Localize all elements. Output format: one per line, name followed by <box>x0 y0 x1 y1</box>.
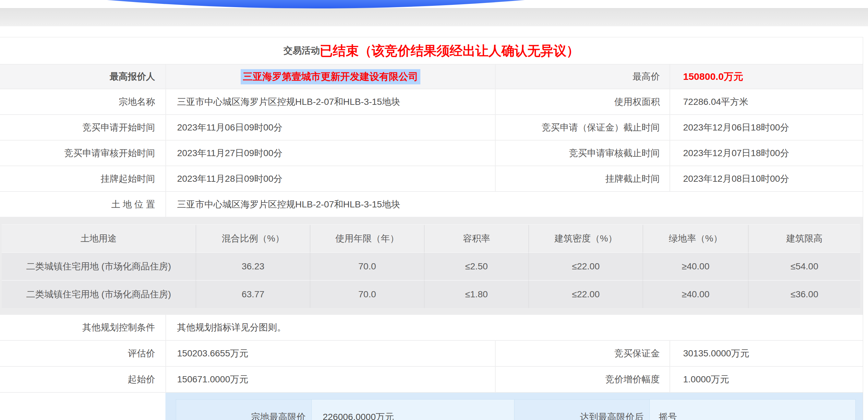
max-limit-price-value: 226006.0000万元 <box>311 399 514 420</box>
highest-price-value: 150800.0万元 <box>683 70 743 83</box>
price-limit-panel: 宗地最高限价 226006.0000万元 达到最高限价后 摇号 <box>165 393 863 420</box>
status-title-prefix: 交易活动 <box>283 44 320 57</box>
status-title-text: 已结束（该竞价结果须经出让人确认无异议） <box>320 42 579 60</box>
bid-deposit-value: 30135.0000万元 <box>670 341 863 366</box>
mix-ratio-cell: 63.77 <box>195 280 310 308</box>
mix-ratio-header: 混合比例（%） <box>195 225 310 252</box>
row-appraisal-price: 评估价 150203.6655万元 竞买保证金 30135.0000万元 <box>0 341 863 367</box>
highest-price-cell: 150800.0万元 <box>670 65 863 89</box>
land-use-header: 土地用途 <box>2 225 195 252</box>
spacer <box>0 26 868 37</box>
auction-detail-panel: 交易活动已结束（该竞价结果须经出让人确认无异议） 最高报价人 三亚海罗第壹城市更… <box>0 37 863 420</box>
plot-ratio-cell: ≤1.80 <box>424 280 528 308</box>
max-limit-price-label: 宗地最高限价 <box>176 399 311 420</box>
building-density-header: 建筑密度（%） <box>528 225 643 252</box>
deposit-deadline-value: 2023年12月06日18时00分 <box>670 115 863 140</box>
use-years-cell: 70.0 <box>310 252 424 280</box>
row-review-start: 竞买申请审核开始时间 2023年11月27日09时00分 竞买申请审核截止时间 … <box>0 141 863 166</box>
deposit-deadline-label: 竞买申请（保证金）截止时间 <box>495 115 670 140</box>
use-right-area-value: 72286.04平方米 <box>670 89 863 114</box>
banner-curve-graphic <box>0 0 868 20</box>
starting-price-value: 150671.0000万元 <box>165 367 495 392</box>
apply-start-value: 2023年11月06日09时00分 <box>165 115 495 140</box>
appraisal-price-label: 评估价 <box>0 341 165 366</box>
mix-ratio-cell: 36.23 <box>195 252 310 280</box>
row-highest-bidder: 最高报价人 三亚海罗第壹城市更新开发建设有限公司 最高价 150800.0万元 <box>0 65 863 89</box>
land-use-cell: 二类城镇住宅用地 (市场化商品住房) <box>2 280 195 308</box>
building-density-cell: ≤22.00 <box>528 280 643 308</box>
land-location-label: 土 地 位 置 <box>0 192 165 217</box>
other-planning-label: 其他规划控制条件 <box>0 315 165 340</box>
increment-label: 竞价增价幅度 <box>495 367 670 392</box>
top-banner <box>0 0 868 26</box>
highest-bidder-label: 最高报价人 <box>0 65 165 89</box>
review-deadline-value: 2023年12月07日18时00分 <box>670 141 863 166</box>
highest-price-label: 最高价 <box>495 65 670 89</box>
after-limit-value: 摇号 <box>649 399 855 420</box>
land-use-section: 土地用途 混合比例（%） 使用年限（年） 容积率 建筑密度（%） 绿地率（%） … <box>0 217 863 315</box>
land-use-cell: 二类城镇住宅用地 (市场化商品住房) <box>2 252 195 280</box>
plot-ratio-cell: ≤2.50 <box>424 252 528 280</box>
building-density-cell: ≤22.00 <box>528 252 643 280</box>
use-years-cell: 70.0 <box>310 280 424 308</box>
plot-ratio-header: 容积率 <box>424 225 528 252</box>
parcel-name-value: 三亚市中心城区海罗片区控规HLB-2-07和HLB-3-15地块 <box>165 89 495 114</box>
row-apply-start: 竞买申请开始时间 2023年11月06日09时00分 竞买申请（保证金）截止时间… <box>0 115 863 141</box>
green-rate-cell: ≥40.00 <box>643 252 748 280</box>
review-deadline-label: 竞买申请审核截止时间 <box>495 141 670 166</box>
row-other-planning: 其他规划控制条件 其他规划指标详见分图则。 <box>0 315 863 341</box>
review-start-label: 竞买申请审核开始时间 <box>0 141 165 166</box>
listing-deadline-value: 2023年12月08日10时00分 <box>670 166 863 191</box>
row-listing-start: 挂牌起始时间 2023年11月28日09时00分 挂牌截止时间 2023年12月… <box>0 166 863 192</box>
parcel-name-label: 宗地名称 <box>0 89 165 114</box>
listing-deadline-label: 挂牌截止时间 <box>495 166 670 191</box>
price-limit-table: 宗地最高限价 226006.0000万元 达到最高限价后 摇号 <box>176 399 856 420</box>
highest-bidder-value[interactable]: 三亚海罗第壹城市更新开发建设有限公司 <box>241 69 421 84</box>
appraisal-price-value: 150203.6655万元 <box>165 341 495 366</box>
price-limit-left-spacer <box>0 393 165 420</box>
height-limit-header: 建筑限高 <box>748 225 860 252</box>
green-rate-header: 绿地率（%） <box>643 225 748 252</box>
land-location-value: 三亚市中心城区海罗片区控规HLB-2-07和HLB-3-15地块 <box>165 192 863 217</box>
after-limit-label: 达到最高限价后 <box>514 399 649 420</box>
bid-deposit-label: 竞买保证金 <box>495 341 670 366</box>
row-price-limit: 宗地最高限价 226006.0000万元 达到最高限价后 摇号 <box>0 393 863 420</box>
transaction-status-title: 交易活动已结束（该竞价结果须经出让人确认无异议） <box>0 37 863 65</box>
height-limit-cell: ≤36.00 <box>748 280 860 308</box>
use-right-area-label: 使用权面积 <box>495 89 670 114</box>
review-start-value: 2023年11月27日09时00分 <box>165 141 495 166</box>
height-limit-cell: ≤54.00 <box>748 252 860 280</box>
starting-price-label: 起始价 <box>0 367 165 392</box>
other-planning-value: 其他规划指标详见分图则。 <box>165 315 863 340</box>
use-years-header: 使用年限（年） <box>310 225 424 252</box>
increment-value: 1.0000万元 <box>670 367 863 392</box>
row-starting-price: 起始价 150671.0000万元 竞价增价幅度 1.0000万元 <box>0 367 863 393</box>
land-use-table: 土地用途 混合比例（%） 使用年限（年） 容积率 建筑密度（%） 绿地率（%） … <box>2 224 860 308</box>
highest-bidder-cell: 三亚海罗第壹城市更新开发建设有限公司 <box>165 65 495 89</box>
listing-start-value: 2023年11月28日09时00分 <box>165 166 495 191</box>
green-rate-cell: ≥40.00 <box>643 280 748 308</box>
row-parcel-name: 宗地名称 三亚市中心城区海罗片区控规HLB-2-07和HLB-3-15地块 使用… <box>0 89 863 115</box>
row-land-location: 土 地 位 置 三亚市中心城区海罗片区控规HLB-2-07和HLB-3-15地块 <box>0 192 863 217</box>
listing-start-label: 挂牌起始时间 <box>0 166 165 191</box>
apply-start-label: 竞买申请开始时间 <box>0 115 165 140</box>
